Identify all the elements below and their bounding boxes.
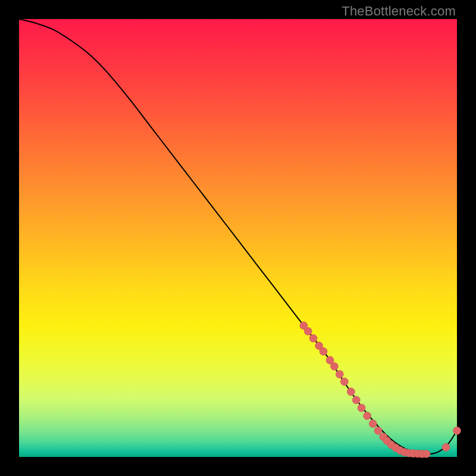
data-marker	[422, 450, 430, 458]
data-marker	[347, 388, 355, 396]
data-marker	[374, 427, 382, 434]
data-marker	[442, 443, 450, 451]
chart-svg	[19, 19, 457, 457]
data-marker	[304, 327, 312, 335]
data-marker	[364, 412, 371, 419]
marker-group	[300, 322, 461, 458]
plot-area	[19, 19, 457, 457]
data-marker	[320, 347, 327, 355]
bottleneck-curve	[19, 19, 457, 454]
data-marker	[309, 334, 317, 342]
data-marker	[330, 362, 338, 370]
data-marker	[336, 370, 343, 378]
data-marker	[369, 420, 377, 428]
data-marker	[340, 378, 348, 386]
data-marker	[358, 404, 365, 412]
data-marker	[453, 427, 461, 434]
chart-frame: TheBottleneck.com	[0, 0, 476, 476]
data-marker	[352, 396, 360, 404]
watermark-text: TheBottleneck.com	[342, 4, 456, 19]
